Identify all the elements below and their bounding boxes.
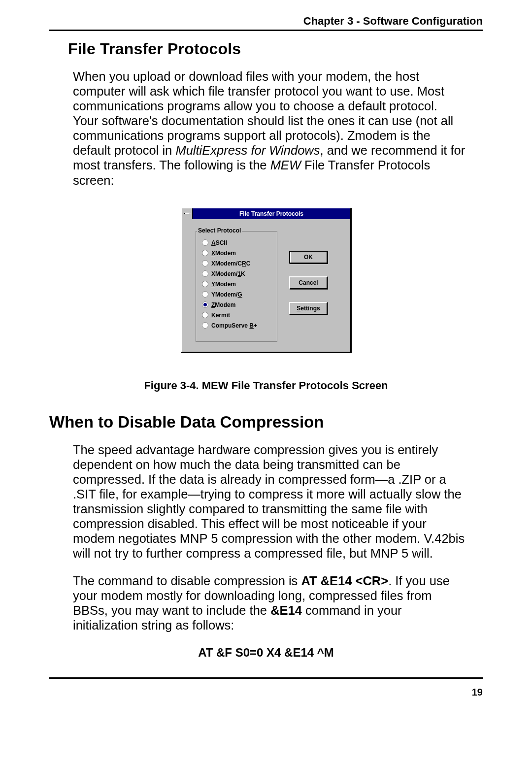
- paragraph: The speed advantage hardware compression…: [73, 442, 466, 561]
- dialog-button-column: OK Cancel Settings: [289, 231, 328, 342]
- group-legend: Select Protocol: [197, 227, 242, 234]
- radio-label: CompuServe B+: [211, 322, 257, 329]
- document-page: Chapter 3 - Software Configuration File …: [0, 0, 532, 718]
- radio-option-compuserve-b[interactable]: CompuServe B+: [202, 322, 272, 329]
- radio-option-ymodem[interactable]: YModem: [202, 281, 272, 288]
- radio-icon: [202, 322, 208, 329]
- radio-label: Kermit: [211, 312, 230, 319]
- radio-label: YModem: [211, 281, 236, 288]
- system-menu-icon: [184, 213, 190, 214]
- section-title-disable-compression: When to Disable Data Compression: [49, 413, 483, 432]
- text-bold: &E14: [270, 603, 302, 617]
- paragraph: The command to disable compression is AT…: [73, 573, 466, 632]
- text-run: The command to disable compression is: [73, 574, 301, 588]
- radio-label: ZModem: [211, 301, 235, 308]
- figure-container: File Transfer Protocols Select Protocol …: [49, 207, 483, 353]
- initialization-string: AT &F S0=0 X4 &E14 ^M: [49, 646, 483, 660]
- text-bold: AT &E14 <CR>: [301, 574, 388, 588]
- paragraph: When you upload or download files with y…: [73, 69, 466, 188]
- radio-icon: [202, 281, 208, 287]
- chapter-header: Chapter 3 - Software Configuration: [49, 15, 483, 31]
- page-footer: 19: [49, 677, 483, 698]
- dialog-body: Select Protocol ASCII XModem XModem/CRC: [182, 219, 350, 352]
- radio-option-kermit[interactable]: Kermit: [202, 312, 272, 319]
- radio-option-xmodem-1k[interactable]: XModem/1K: [202, 270, 272, 277]
- radio-icon: [202, 239, 208, 246]
- radio-label: XModem: [211, 250, 236, 257]
- radio-option-ymodem-g[interactable]: YModem/G: [202, 291, 272, 298]
- radio-label: YModem/G: [211, 291, 242, 298]
- select-protocol-group: Select Protocol ASCII XModem XModem/CRC: [196, 231, 277, 342]
- radio-label: ASCII: [211, 239, 227, 246]
- section-title-file-transfer: File Transfer Protocols: [68, 40, 464, 58]
- body-block-2: The speed advantage hardware compression…: [73, 442, 466, 633]
- system-menu-button[interactable]: [182, 208, 193, 219]
- dialog-title: File Transfer Protocols: [193, 208, 350, 219]
- radio-icon: [202, 301, 208, 308]
- radio-option-ascii[interactable]: ASCII: [202, 239, 272, 246]
- radio-label: XModem/1K: [211, 270, 245, 277]
- radio-label: XModem/CRC: [211, 260, 250, 267]
- radio-icon: [202, 291, 208, 298]
- radio-icon: [202, 270, 208, 277]
- radio-option-xmodem[interactable]: XModem: [202, 250, 272, 257]
- radio-icon: [202, 312, 208, 318]
- radio-option-zmodem[interactable]: ZModem: [202, 301, 272, 308]
- body-block-1: When you upload or download files with y…: [73, 69, 466, 188]
- radio-option-xmodem-crc[interactable]: XModem/CRC: [202, 260, 272, 267]
- settings-button[interactable]: Settings: [289, 302, 328, 315]
- dialog-titlebar: File Transfer Protocols: [182, 208, 350, 219]
- page-number: 19: [472, 687, 483, 698]
- figure-caption: Figure 3-4. MEW File Transfer Protocols …: [49, 379, 483, 392]
- radio-icon: [202, 250, 208, 256]
- file-transfer-dialog: File Transfer Protocols Select Protocol …: [181, 207, 351, 353]
- text-italic: MEW: [270, 158, 301, 172]
- text-italic: MultiExpress for Windows: [175, 143, 320, 157]
- radio-icon: [202, 260, 208, 266]
- cancel-button[interactable]: Cancel: [289, 276, 328, 289]
- ok-button[interactable]: OK: [289, 251, 328, 264]
